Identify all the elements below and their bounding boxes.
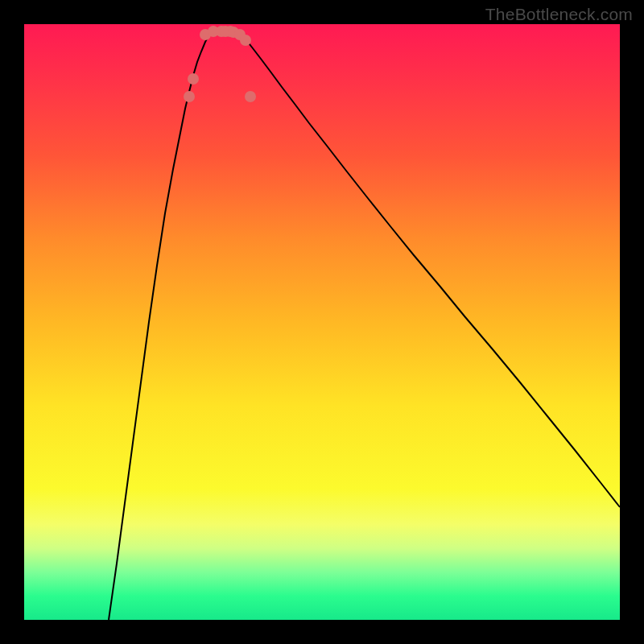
data-dot — [240, 35, 251, 46]
plot-area — [24, 24, 620, 620]
watermark-text: TheBottleneck.com — [485, 5, 633, 24]
bottleneck-curve — [109, 30, 620, 620]
outer-frame: TheBottleneck.com — [0, 0, 644, 644]
data-dot — [245, 91, 256, 102]
data-dot — [188, 73, 199, 85]
chart-overlay — [24, 24, 620, 620]
data-dot — [184, 91, 195, 102]
